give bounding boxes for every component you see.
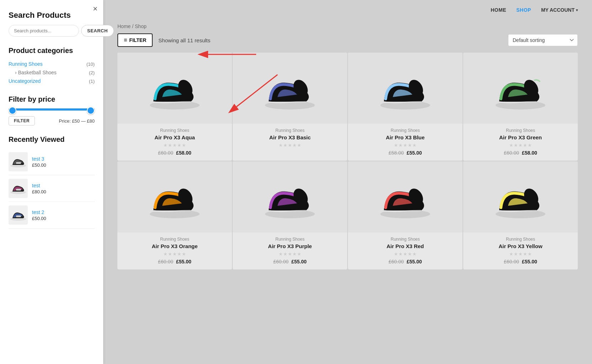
product-info-basic: Running Shoes Air Pro X3 Basic ★★★★★ — [233, 124, 347, 155]
recent-item-1[interactable]: test £80.00 — [9, 175, 95, 202]
product-stars: ★★★★★ — [122, 251, 227, 257]
recent-item-info: test 2 £50.00 — [32, 209, 46, 221]
search-input[interactable] — [9, 25, 79, 37]
main-content: HOME SHOP MY ACCOUNT ▾ Home / Shop ≡ FIL… — [103, 0, 592, 364]
category-running-shoes[interactable]: Running Shoes (10) — [9, 60, 95, 68]
search-button[interactable]: SEARCH — [81, 25, 114, 37]
product-category: Running Shoes — [122, 128, 227, 133]
product-stars: ★★★★★ — [353, 251, 458, 257]
nav-shop[interactable]: SHOP — [516, 7, 531, 13]
product-card-basic[interactable]: Running Shoes Air Pro X3 Basic ★★★★★ — [233, 53, 347, 161]
product-image-orange — [117, 161, 232, 232]
nav-home[interactable]: HOME — [491, 7, 506, 13]
filter-button[interactable]: FILTER — [9, 116, 35, 125]
shoe-icon-aqua — [146, 63, 203, 113]
product-price: £60.00 £55.00 — [122, 259, 227, 264]
product-category: Running Shoes — [238, 237, 342, 242]
category-name: Uncategorized — [9, 78, 41, 84]
category-count: (10) — [86, 61, 95, 67]
product-info-orange: Running Shoes Air Pro X3 Orange ★★★★★ £6… — [117, 232, 232, 269]
shoe-icon-blue — [377, 63, 434, 113]
product-name: Air Pro X3 Yellow — [468, 243, 573, 249]
product-card-orange[interactable]: Running Shoes Air Pro X3 Orange ★★★★★ £6… — [117, 161, 232, 269]
product-stars: ★★★★★ — [468, 251, 573, 257]
old-price: £60.00 — [504, 259, 519, 264]
product-price: £58.00 £55.00 — [353, 150, 458, 156]
product-price: £60.00 £55.00 — [353, 259, 458, 264]
filter-lines-icon: ≡ — [124, 37, 127, 43]
product-image-purple — [233, 161, 347, 232]
product-card-red[interactable]: Running Shoes Air Pro X3 Red ★★★★★ £60.0… — [348, 161, 462, 269]
product-card-aqua[interactable]: Running Shoes Air Pro X3 Aqua ★★★★★ £60.… — [117, 53, 232, 161]
new-price: £55.00 — [407, 259, 422, 264]
filter-toggle-button[interactable]: ≡ FILTER — [117, 33, 153, 47]
product-name: Air Pro X3 Green — [468, 134, 573, 140]
recent-item-0[interactable]: test 3 £50.00 — [9, 149, 95, 175]
recent-item-name[interactable]: test 3 — [32, 156, 46, 162]
nav-account[interactable]: MY ACCOUNT ▾ — [541, 7, 578, 13]
product-category: Running Shoes — [238, 128, 342, 133]
product-name: Air Pro X3 Orange — [122, 243, 227, 249]
svg-rect-3 — [16, 189, 21, 191]
product-category: Running Shoes — [468, 237, 573, 242]
breadcrumb-text: Home / Shop — [117, 23, 147, 29]
shop-toolbar: ≡ FILTER Showing all 11 results Default … — [103, 33, 592, 53]
product-category: Running Shoes — [468, 128, 573, 133]
product-name: Air Pro X3 Red — [353, 243, 458, 249]
top-nav: HOME SHOP MY ACCOUNT ▾ — [103, 0, 592, 20]
shoe-icon-red — [377, 172, 434, 222]
search-section: SEARCH — [9, 25, 95, 37]
filter-price-section: Filter by price FILTER Price: £50 — £80 — [9, 95, 95, 125]
product-image-red — [348, 161, 462, 232]
product-info-green: Running Shoes Air Pro X3 Green ★★★★★ £60… — [463, 124, 578, 161]
product-info-blue: Running Shoes Air Pro X3 Blue ★★★★★ £58.… — [348, 124, 462, 161]
sidebar-title: Search Products — [9, 11, 95, 20]
product-price: £60.00 £58.00 — [122, 150, 227, 156]
product-card-purple[interactable]: Running Shoes Air Pro X3 Purple ★★★★★ £6… — [233, 161, 347, 269]
new-price: £55.00 — [522, 259, 537, 264]
category-basketball-shoes[interactable]: › Basketball Shoes (2) — [9, 68, 95, 77]
price-slider[interactable] — [9, 108, 95, 111]
sidebar: × Search Products SEARCH Product categor… — [0, 0, 103, 364]
chevron-down-icon: ▾ — [576, 8, 578, 12]
recent-item-name[interactable]: test — [32, 183, 46, 188]
recent-item-info: test 3 £50.00 — [32, 156, 46, 168]
product-card-green[interactable]: Running Shoes Air Pro X3 Green ★★★★★ £60… — [463, 53, 578, 161]
recent-item-thumbnail — [9, 205, 28, 225]
recently-viewed-section: Recently Viewed test 3 £50.00 — [9, 135, 95, 229]
product-image-green — [463, 53, 578, 124]
shoe-icon-basic — [261, 63, 318, 113]
shoe-thumb-icon — [10, 155, 27, 168]
product-price: £60.00 £55.00 — [238, 259, 342, 264]
product-name: Air Pro X3 Aqua — [122, 134, 227, 140]
category-list: Running Shoes (10) › Basketball Shoes (2… — [9, 60, 95, 85]
recent-item-price: £50.00 — [32, 216, 46, 221]
product-price: £60.00 £58.00 — [468, 150, 573, 156]
product-info-aqua: Running Shoes Air Pro X3 Aqua ★★★★★ £60.… — [117, 124, 232, 161]
recent-item-thumbnail — [9, 179, 28, 198]
recent-item-name[interactable]: test 2 — [32, 209, 46, 215]
shoe-icon-purple — [261, 172, 318, 222]
old-price: £60.00 — [388, 259, 404, 264]
old-price: £60.00 — [158, 259, 173, 264]
nav-account-label: MY ACCOUNT — [541, 7, 575, 13]
product-image-aqua — [117, 53, 232, 124]
shoe-thumb-icon — [10, 208, 27, 222]
product-card-blue[interactable]: Running Shoes Air Pro X3 Blue ★★★★★ £58.… — [348, 53, 462, 161]
recent-item-2[interactable]: test 2 £50.00 — [9, 202, 95, 229]
product-stars: ★★★★★ — [122, 143, 227, 148]
old-price: £58.00 — [388, 150, 404, 156]
product-card-yellow[interactable]: Running Shoes Air Pro X3 Yellow ★★★★★ £6… — [463, 161, 578, 269]
category-uncategorized[interactable]: Uncategorized (1) — [9, 77, 95, 85]
close-button[interactable]: × — [93, 5, 97, 13]
product-stars: ★★★★★ — [468, 143, 573, 148]
product-stars: ★★★★★ — [238, 251, 342, 257]
old-price: £60.00 — [504, 150, 519, 156]
sort-select[interactable]: Default sorting Sort by popularity Sort … — [508, 34, 578, 46]
recent-item-price: £80.00 — [32, 189, 46, 194]
filter-row: FILTER Price: £50 — £80 — [9, 116, 95, 125]
product-stars: ★★★★★ — [238, 143, 342, 148]
product-info-yellow: Running Shoes Air Pro X3 Yellow ★★★★★ £6… — [463, 232, 578, 269]
recent-item-price: £50.00 — [32, 162, 46, 168]
categories-title: Product categories — [9, 47, 95, 55]
